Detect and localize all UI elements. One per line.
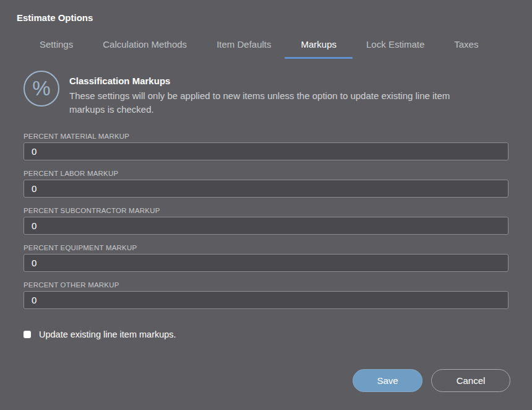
field-group: PERCENT LABOR MARKUP: [24, 170, 508, 198]
section-description: These settings will only be applied to n…: [69, 89, 485, 116]
field-group: PERCENT OTHER MARKUP: [24, 281, 508, 309]
tab-markups[interactable]: Markups: [301, 39, 337, 50]
dialog-title: Estimate Options: [0, 0, 532, 23]
tab-calculation-methods[interactable]: Calculation Methods: [103, 39, 187, 50]
tab-item-defaults[interactable]: Item Defaults: [217, 39, 271, 50]
field-label: PERCENT EQUIPMENT MARKUP: [24, 244, 508, 251]
percent-icon: %: [24, 71, 59, 107]
section-heading: Classification Markups: [69, 76, 485, 86]
save-button[interactable]: Save: [353, 369, 423, 392]
update-existing-checkbox[interactable]: [24, 331, 31, 338]
field-label: PERCENT LABOR MARKUP: [24, 170, 508, 177]
percent-labor-markup-input[interactable]: [24, 180, 508, 198]
section-header: % Classification Markups These settings …: [24, 71, 532, 116]
field-label: PERCENT MATERIAL MARKUP: [24, 133, 508, 140]
tab-lock-estimate[interactable]: Lock Estimate: [366, 39, 424, 50]
field-group: PERCENT MATERIAL MARKUP: [24, 133, 508, 160]
section-texts: Classification Markups These settings wi…: [69, 71, 485, 116]
tab-taxes[interactable]: Taxes: [454, 39, 478, 50]
field-label: PERCENT SUBCONTRACTOR MARKUP: [24, 207, 508, 214]
percent-equipment-markup-input[interactable]: [24, 254, 508, 272]
field-group: PERCENT SUBCONTRACTOR MARKUP: [24, 207, 508, 235]
update-existing-checkbox-row[interactable]: Update existing line item markups.: [24, 329, 532, 339]
percent-subcontractor-markup-input[interactable]: [24, 217, 508, 235]
percent-material-markup-input[interactable]: [24, 142, 508, 160]
field-label: PERCENT OTHER MARKUP: [24, 281, 508, 289]
dialog-actions: Save Cancel: [353, 369, 510, 392]
tab-settings[interactable]: Settings: [40, 39, 73, 50]
field-group: PERCENT EQUIPMENT MARKUP: [24, 244, 508, 272]
update-existing-checkbox-label: Update existing line item markups.: [39, 329, 176, 339]
markup-fields: PERCENT MATERIAL MARKUPPERCENT LABOR MAR…: [24, 133, 508, 309]
percent-other-markup-input[interactable]: [24, 291, 508, 309]
cancel-button[interactable]: Cancel: [431, 369, 510, 392]
tab-bar: SettingsCalculation MethodsItem Defaults…: [0, 35, 532, 50]
